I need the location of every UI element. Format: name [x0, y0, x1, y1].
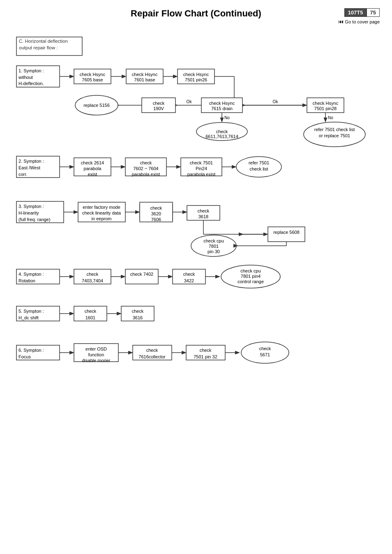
- svg-text:check Hsync: check Hsync: [80, 72, 106, 77]
- svg-text:check: check: [132, 309, 144, 314]
- svg-text:refer 7501: refer 7501: [249, 160, 269, 165]
- svg-text:in eeprom: in eeprom: [92, 216, 112, 221]
- flowchart: C. Horizontal deflection output repair f…: [12, 33, 380, 551]
- svg-text:C. Horizontal deflection: C. Horizontal deflection: [19, 39, 68, 44]
- page-title: Repair Flow Chart (Continued): [66, 8, 326, 19]
- go-to-cover-link[interactable]: ⏮ Go to cover page: [338, 18, 380, 25]
- svg-text:check 7402: check 7402: [130, 272, 153, 277]
- svg-text:1. Sympton :: 1. Sympton :: [18, 68, 44, 73]
- svg-text:check Hsync: check Hsync: [313, 101, 339, 106]
- svg-text:Focus: Focus: [18, 354, 31, 359]
- svg-text:H_dc shift: H_dc shift: [18, 315, 39, 320]
- svg-text:Pin24: Pin24: [196, 166, 207, 171]
- svg-text:3. Sympton :: 3. Sympton :: [18, 204, 44, 209]
- svg-text:No: No: [328, 115, 333, 120]
- svg-text:5671: 5671: [260, 352, 270, 357]
- svg-text:or replace 7501: or replace 7501: [319, 133, 350, 138]
- svg-text:check: check: [153, 101, 165, 106]
- svg-text:check: check: [259, 346, 271, 351]
- svg-text:function: function: [88, 352, 104, 357]
- svg-text:(full freq. range): (full freq. range): [18, 217, 51, 222]
- svg-text:parabola: parabola: [84, 166, 102, 171]
- svg-text:output repair flow :: output repair flow :: [19, 45, 58, 50]
- svg-text:H-linearity: H-linearity: [18, 210, 39, 215]
- svg-text:check list: check list: [249, 166, 268, 171]
- svg-text:5. Sympton :: 5. Sympton :: [18, 309, 44, 314]
- svg-text:check Hsync: check Hsync: [209, 101, 235, 106]
- svg-text:7602 ~ 7604: 7602 ~ 7604: [133, 166, 158, 171]
- model-label: 107T5: [345, 9, 367, 16]
- svg-text:enter factory mode: enter factory mode: [83, 205, 120, 210]
- svg-text:check Hsync: check Hsync: [132, 72, 158, 77]
- svg-text:7801: 7801: [209, 244, 219, 249]
- svg-text:7501 pin26: 7501 pin26: [185, 77, 207, 82]
- svg-text:Ok: Ok: [273, 99, 279, 104]
- svg-text:3618: 3618: [198, 214, 208, 219]
- svg-text:exist: exist: [88, 172, 97, 177]
- svg-text:2. Sympton :: 2. Sympton :: [18, 159, 44, 164]
- svg-text:parabola exist: parabola exist: [132, 172, 160, 177]
- svg-text:check linearity data: check linearity data: [82, 210, 121, 215]
- svg-text:7616collector: 7616collector: [138, 354, 166, 359]
- svg-text:check 7501: check 7501: [190, 160, 213, 165]
- header-badge: 107T5 75: [344, 8, 380, 17]
- svg-text:6611,7613,7614: 6611,7613,7614: [205, 134, 238, 139]
- svg-text:check: check: [87, 272, 99, 277]
- svg-text:East /West: East /West: [18, 165, 40, 170]
- svg-text:4. Sympton :: 4. Sympton :: [18, 272, 44, 277]
- svg-text:without: without: [18, 75, 33, 80]
- svg-text:parabola exist: parabola exist: [187, 172, 216, 177]
- svg-text:H-deflection.: H-deflection.: [18, 81, 44, 86]
- svg-text:check Hsync: check Hsync: [183, 72, 209, 77]
- header: Repair Flow Chart (Continued) 107T5 75 ⏮…: [12, 8, 380, 25]
- svg-text:replace 5156: replace 5156: [83, 103, 110, 108]
- svg-text:refer 7501  check list: refer 7501 check list: [314, 127, 355, 132]
- svg-text:control range: control range: [238, 279, 264, 284]
- svg-text:7615 drain: 7615 drain: [211, 106, 233, 111]
- svg-text:3616: 3616: [133, 315, 143, 320]
- svg-text:pin 30: pin 30: [208, 249, 220, 254]
- svg-text:7501 pin 32: 7501 pin 32: [194, 354, 217, 359]
- header-right: 107T5 75 ⏮ Go to cover page: [326, 8, 380, 25]
- svg-text:replace 5608: replace 5608: [273, 230, 300, 235]
- page: Repair Flow Chart (Continued) 107T5 75 ⏮…: [0, 0, 392, 554]
- svg-text:check 2614: check 2614: [81, 160, 104, 165]
- svg-text:1601: 1601: [85, 315, 95, 320]
- svg-text:No: No: [224, 115, 230, 120]
- svg-text:7501 pin28: 7501 pin28: [314, 106, 337, 111]
- go-to-cover-label: Go to cover page: [345, 19, 380, 24]
- svg-text:7601 base: 7601 base: [134, 77, 155, 82]
- svg-text:check: check: [200, 348, 212, 353]
- svg-text:check: check: [183, 272, 195, 277]
- svg-text:190V: 190V: [153, 106, 164, 111]
- svg-text:Ok: Ok: [187, 99, 192, 104]
- svg-text:Rotation: Rotation: [18, 278, 35, 283]
- svg-text:7403,7404: 7403,7404: [82, 278, 103, 283]
- svg-text:enter OSD: enter OSD: [85, 346, 107, 351]
- svg-text:7605 base: 7605 base: [82, 77, 103, 82]
- svg-text:7606: 7606: [151, 217, 161, 222]
- svg-text:6. Sympton :: 6. Sympton :: [18, 348, 44, 353]
- svg-text:check: check: [140, 160, 152, 165]
- svg-text:corr.: corr.: [18, 172, 27, 177]
- svg-text:check cpu: check cpu: [203, 238, 224, 243]
- svg-text:7801 pin4: 7801 pin4: [241, 274, 261, 279]
- svg-text:check: check: [146, 348, 158, 353]
- page-number: 75: [367, 9, 379, 16]
- svg-text:check: check: [85, 309, 97, 314]
- svg-text:disable morier: disable morier: [82, 358, 110, 363]
- rewind-icon: ⏮: [338, 18, 344, 25]
- svg-text:3422: 3422: [184, 278, 194, 283]
- svg-text:check: check: [216, 129, 228, 134]
- svg-text:check cpu: check cpu: [240, 268, 261, 273]
- svg-text:check: check: [198, 208, 210, 213]
- svg-text:3620: 3620: [151, 211, 161, 216]
- svg-text:check: check: [150, 205, 162, 210]
